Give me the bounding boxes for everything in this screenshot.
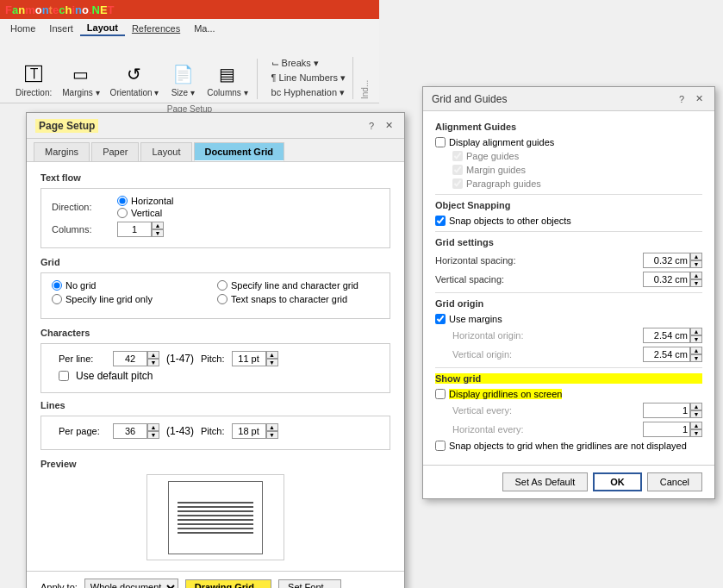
- gg-cancel-button[interactable]: Cancel: [647, 472, 702, 491]
- horizontal-origin-input[interactable]: 2.54 cm: [643, 328, 690, 343]
- horizontal-origin-up-btn[interactable]: ▲: [690, 328, 702, 335]
- show-grid-title: Show grid: [435, 373, 702, 384]
- vertical-spacing-input[interactable]: 0.32 cm: [643, 272, 690, 287]
- preview-box: [146, 474, 284, 560]
- apply-to-label: Apply to:: [41, 582, 78, 588]
- display-alignment-checkbox[interactable]: [435, 137, 446, 147]
- ribbon-tab-home[interactable]: Home: [3, 22, 42, 35]
- snap-objects-checkbox[interactable]: [435, 216, 446, 226]
- preview-line-1: [178, 502, 253, 504]
- use-margins-row: Use margins: [435, 314, 702, 324]
- horizontal-every-up-btn[interactable]: ▲: [690, 422, 702, 429]
- ribbon-btn-orientation[interactable]: ↺ Orientation ▾: [107, 59, 163, 99]
- vertical-spacing-spinner-btns: ▲ ▼: [690, 272, 702, 287]
- lines-pitch-up-btn[interactable]: ▲: [266, 423, 278, 431]
- margin-guides-checkbox[interactable]: [452, 165, 463, 175]
- gg-set-as-default-button[interactable]: Set As Default: [502, 472, 589, 491]
- lines-pitch-input[interactable]: 18 pt: [232, 423, 266, 439]
- horizontal-spacing-up-btn[interactable]: ▲: [690, 253, 702, 260]
- ribbon-tab-insert[interactable]: Insert: [42, 22, 80, 35]
- tab-layout[interactable]: Layout: [140, 142, 191, 161]
- paragraph-guides-checkbox[interactable]: [452, 178, 463, 189]
- per-line-spinner-btns: ▲ ▼: [147, 351, 159, 366]
- close-button[interactable]: ✕: [382, 119, 396, 133]
- lines-pitch-label: Pitch:: [201, 426, 225, 436]
- grid-origin-title: Grid origin: [435, 298, 702, 309]
- ribbon-tab-layout[interactable]: Layout: [80, 21, 125, 36]
- horizontal-spacing-input[interactable]: 0.32 cm: [643, 253, 690, 268]
- per-line-down-btn[interactable]: ▼: [147, 359, 159, 366]
- ribbon-btn-size[interactable]: 📄 Size ▾: [165, 59, 200, 99]
- vertical-spacing-down-btn[interactable]: ▼: [690, 279, 702, 287]
- vertical-every-up-btn[interactable]: ▲: [690, 403, 702, 410]
- lines-pitch-spinner-btns: ▲ ▼: [266, 423, 278, 439]
- lines-pitch-down-btn[interactable]: ▼: [266, 431, 278, 439]
- snap-to-grid-checkbox[interactable]: [435, 441, 446, 451]
- columns-down-btn[interactable]: ▼: [152, 229, 164, 237]
- display-gridlines-checkbox[interactable]: [435, 389, 446, 399]
- horizontal-every-input[interactable]: 1: [643, 422, 690, 437]
- per-page-up-btn[interactable]: ▲: [147, 423, 159, 431]
- vertical-every-input[interactable]: 1: [643, 403, 690, 418]
- use-default-pitch-checkbox[interactable]: [59, 371, 69, 381]
- set-font-button[interactable]: Set Font...: [278, 579, 341, 588]
- tab-document-grid[interactable]: Document Grid: [194, 142, 284, 161]
- per-page-input[interactable]: 36: [113, 423, 147, 439]
- vertical-origin-input[interactable]: 2.54 cm: [643, 347, 690, 362]
- ribbon-btn-line-numbers[interactable]: ¶ Line Numbers ▾: [270, 72, 348, 84]
- gg-close-button[interactable]: ✕: [692, 92, 706, 106]
- paragraph-guides-label: Paragraph guides: [466, 178, 541, 189]
- ribbon-btn-text-direction[interactable]: 🅃 Direction:: [12, 59, 55, 99]
- horizontal-label: Horizontal: [131, 196, 174, 206]
- pitch-down-btn[interactable]: ▼: [266, 359, 278, 366]
- ribbon-btn-margins[interactable]: ▭ Margins ▾: [59, 59, 103, 99]
- gg-help-button[interactable]: ?: [675, 92, 689, 106]
- specify-line-char-radio[interactable]: [217, 280, 227, 291]
- text-snaps-radio[interactable]: [217, 294, 227, 304]
- vertical-spacing-up-btn[interactable]: ▲: [690, 272, 702, 279]
- ribbon-menu: Home Insert Layout References Ma...: [0, 19, 379, 38]
- grid-section-title: Grid: [41, 257, 390, 267]
- horizontal-every-down-btn[interactable]: ▼: [690, 429, 702, 437]
- horizontal-spacing-down-btn[interactable]: ▼: [690, 260, 702, 268]
- columns-input[interactable]: 1: [117, 222, 152, 237]
- vertical-every-down-btn[interactable]: ▼: [690, 410, 702, 418]
- gg-ok-button[interactable]: OK: [593, 472, 642, 491]
- lines-section-title: Lines: [41, 400, 390, 410]
- ribbon-btn-hyphenation[interactable]: bc Hyphenation ▾: [270, 86, 348, 99]
- dialog-footer: Apply to: Whole document Drawing Grid...…: [27, 571, 404, 588]
- apply-to-select[interactable]: Whole document: [84, 579, 178, 588]
- vertical-origin-spinner-btns: ▲ ▼: [690, 347, 702, 362]
- tab-paper[interactable]: Paper: [91, 142, 139, 161]
- ribbon-tab-more[interactable]: Ma...: [187, 22, 221, 35]
- ribbon-btn-columns[interactable]: ▤ Columns ▾: [203, 59, 251, 99]
- use-margins-checkbox[interactable]: [435, 314, 446, 324]
- horizontal-origin-down-btn[interactable]: ▼: [690, 335, 702, 343]
- tab-margins[interactable]: Margins: [34, 142, 90, 161]
- vertical-origin-down-btn[interactable]: ▼: [690, 354, 702, 362]
- pitch-input[interactable]: 11 pt: [232, 351, 266, 366]
- per-page-spinner-btns: ▲ ▼: [147, 423, 159, 439]
- ribbon-tab-references[interactable]: References: [125, 22, 187, 35]
- columns-up-btn[interactable]: ▲: [152, 222, 164, 229]
- ribbon-btn-breaks[interactable]: ⌙ Breaks ▾: [270, 57, 348, 70]
- no-grid-radio[interactable]: [52, 280, 62, 291]
- help-button[interactable]: ?: [365, 119, 378, 133]
- page-guides-checkbox[interactable]: [452, 151, 463, 161]
- per-line-up-btn[interactable]: ▲: [147, 351, 159, 359]
- grid-options: No grid Specify line and character grid …: [52, 280, 379, 304]
- horizontal-radio[interactable]: [117, 196, 128, 206]
- per-page-down-btn[interactable]: ▼: [147, 431, 159, 439]
- lines-per-page-row: Per page: 36 ▲ ▼ (1-43) Pitch: 18 pt ▲ ▼: [52, 423, 379, 439]
- horizontal-spacing-spinner: 0.32 cm ▲ ▼: [643, 253, 702, 268]
- vertical-radio[interactable]: [117, 208, 128, 218]
- specify-line-char-option: Specify line and character grid: [217, 280, 379, 291]
- no-grid-option: No grid: [52, 280, 214, 291]
- vertical-origin-up-btn[interactable]: ▲: [690, 347, 702, 354]
- display-alignment-row: Display alignment guides: [435, 137, 702, 147]
- display-gridlines-label: Display gridlines on screen: [449, 389, 562, 399]
- drawing-grid-button[interactable]: Drawing Grid...: [185, 579, 271, 588]
- pitch-up-btn[interactable]: ▲: [266, 351, 278, 359]
- specify-line-only-radio[interactable]: [52, 294, 62, 304]
- per-line-input[interactable]: 42: [113, 351, 147, 366]
